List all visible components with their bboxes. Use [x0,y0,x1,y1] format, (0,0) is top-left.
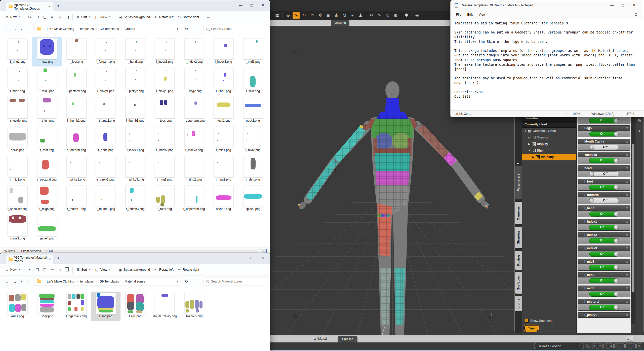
file-item[interactable]: ✓Head.png [91,292,120,321]
minimize-button[interactable]: — [607,0,618,10]
file-item[interactable]: neck1.png [209,96,238,125]
explorer-tab-material-zones[interactable]: \G9 Templates\Material zones ✕ [6,255,53,264]
rotate-left-button[interactable]: ↶Rotate left [152,14,176,21]
toggle-knob[interactable] [614,212,619,217]
visibility-toggle[interactable]: On [589,278,619,283]
draw-style-icon[interactable]: ▦ [274,12,281,19]
back-icon[interactable]: ← [4,27,10,31]
figure-tool-icon[interactable]: ♟ [357,12,364,19]
new-button[interactable]: ⊕New▼ [3,14,23,21]
close-tab-icon[interactable]: ✕ [49,258,51,261]
file-item[interactable]: r_index1.png [120,125,150,155]
toggle-knob[interactable] [614,305,619,310]
visibility-toggle[interactable]: On [589,225,619,230]
file-item[interactable]: spine1.png [209,184,238,214]
gear-icon[interactable]: ⚙ [625,300,628,304]
orbit-icon[interactable]: ↺ [309,12,316,19]
gear-icon[interactable]: ⚙ [625,193,628,197]
file-item[interactable]: Mouth_Cavity.png [150,292,179,321]
file-item[interactable]: r_pinky1.png [62,155,91,184]
maximize-button[interactable]: ▢ [246,253,257,263]
file-item[interactable]: r_thigh.png [32,184,62,214]
collapsed-icon[interactable]: ▶ [532,156,535,158]
file-item[interactable]: r_foot.png [32,125,62,155]
gear-icon[interactable]: ⚙ [625,206,628,210]
file-item[interactable]: r_mid2.png [238,125,268,155]
close-button[interactable]: ✕ [257,0,268,10]
toggle-knob[interactable] [614,278,619,283]
recent-locations-icon[interactable]: ▾ [19,28,23,30]
file-item[interactable]: spine4.png [32,214,62,243]
tips-button[interactable]: Tips [524,325,538,331]
canvas-editor-icon[interactable]: ▨ [384,12,391,19]
file-item[interactable]: l_mid3.png [32,66,62,96]
view-button[interactable]: ▤View▼ [93,266,113,273]
breadcrumb[interactable]: ›Let's Make Clothing ›templates ›G9 Temp… [34,277,181,286]
search-input[interactable]: Search Material zones [204,277,266,286]
file-item[interactable]: l_hand.png [120,37,150,66]
delete-button[interactable] [64,14,71,20]
file-item[interactable]: l_pectoral.png [62,66,91,96]
new-tab-button[interactable]: + [57,256,60,261]
spot-render-icon[interactable]: ◉ [392,12,399,19]
close-tab-icon[interactable]: ✕ [49,5,51,8]
zoom-level[interactable]: 100% [567,112,586,116]
scroll-up-icon[interactable]: ▲ [578,325,580,327]
file-item[interactable]: l_forearm.png [91,37,120,66]
tool-settings-icon[interactable]: ✱ [403,12,410,19]
recent-locations-icon[interactable]: ▾ [19,280,23,283]
camera-rotate-icon[interactable]: ↻ [301,12,308,19]
maximize-button[interactable]: ▢ [246,0,257,10]
file-item[interactable]: l_ring3.png [209,66,238,96]
file-item[interactable]: spine2.png [238,184,268,214]
lesson-page-1[interactable]: 1 [592,343,597,349]
up-icon[interactable]: ↑ [25,279,31,284]
more-options-button[interactable]: ⋯ [205,266,213,273]
tree-item-visibility[interactable]: ▶GVisibility [522,154,576,160]
maximize-button[interactable]: ▢ [618,0,629,10]
refresh-icon[interactable]: ↻ [185,279,188,284]
lesson-page-8[interactable]: 8 [631,343,636,349]
globe-icon[interactable]: ⊕ [637,118,641,123]
pane-tab-cameras[interactable]: Cameras [515,202,522,224]
gear-icon[interactable]: ⚙ [625,180,628,184]
breadcrumb[interactable]: ›Let's Make Clothing ›templates ›G9 Temp… [34,25,181,33]
file-item[interactable]: r_pectoral.png [32,155,62,184]
file-item[interactable]: l_shoulder.png [3,96,32,125]
render-camera-icon[interactable]: ◉ [414,12,421,19]
file-item[interactable]: r_thumb1.png [62,184,91,214]
node-select-icon[interactable]: ➤ [293,12,300,19]
forward-icon[interactable]: → [12,27,18,31]
refresh-icon[interactable]: ↻ [185,27,188,31]
lesson-page-2[interactable]: 2 [598,343,602,349]
breadcrumb-segment[interactable]: G9 Templates [100,280,119,283]
file-item[interactable]: l_index2.png [179,37,209,66]
minimize-button[interactable]: — [235,253,246,263]
encoding[interactable]: UTF-8 [620,112,640,116]
up-icon[interactable]: ↑ [25,27,31,31]
expanded-icon[interactable]: ▼ [528,149,531,152]
gear-icon[interactable]: ⚙ [625,273,628,277]
visibility-toggle[interactable]: On [589,185,619,190]
file-item[interactable]: r_pinky3.png [120,155,150,184]
file-item[interactable]: r_pinky2.png [91,155,120,184]
file-item[interactable]: r_index2.png [150,125,179,155]
breadcrumb-segment[interactable]: Material zones [125,280,145,283]
breadcrumb-segment[interactable]: Groups [125,27,135,31]
file-item[interactable]: l_pinky2.png [120,66,150,96]
file-item[interactable]: l_foot.png [62,37,91,66]
pane-tab-parameters[interactable]: Parameters [515,166,522,199]
timeline-options-icon[interactable]: ▸☰ [626,336,634,342]
toggle-knob[interactable] [614,225,619,230]
polygon-group-editor-icon[interactable]: M [341,12,348,19]
file-item[interactable]: pelvis.png [3,125,32,155]
selected-checkbox-icon[interactable]: ✓ [97,293,100,297]
breadcrumb-segment[interactable]: templates [80,27,94,31]
chevron-down-icon[interactable]: ▼ [576,343,584,349]
cut-button[interactable]: ✂ [26,14,33,21]
file-item[interactable]: r_hand.png [91,125,120,155]
breadcrumb-segment[interactable]: Let's Make Clothing [47,280,74,283]
expanded-icon[interactable]: ▼ [524,130,527,132]
new-button[interactable]: ⊕New▼ [3,266,23,273]
tree-item-display[interactable]: ▶GDisplay [522,141,576,147]
